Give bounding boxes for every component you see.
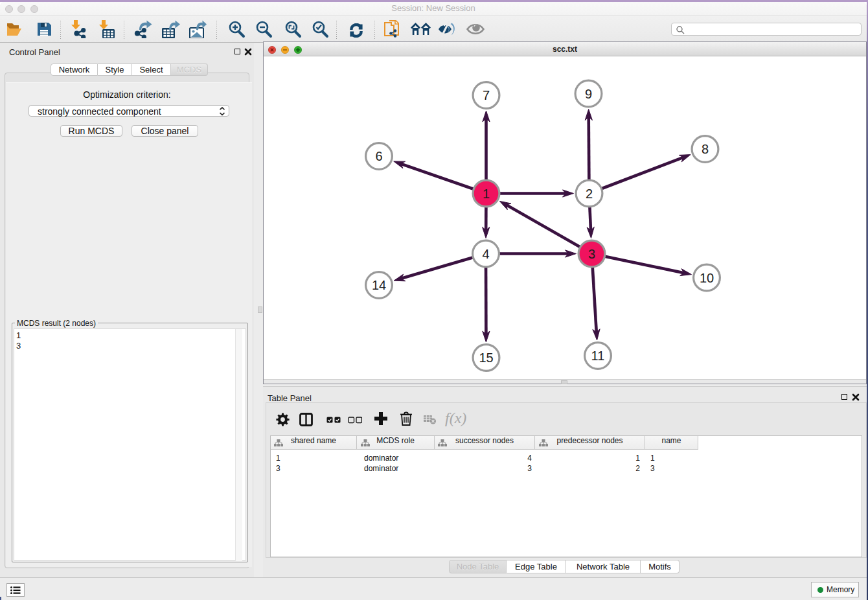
svg-text:11: 11 — [591, 349, 605, 363]
svg-text:3: 3 — [588, 247, 595, 261]
svg-text:2: 2 — [586, 187, 593, 201]
svg-text:14: 14 — [372, 278, 386, 292]
svg-text:8: 8 — [702, 142, 709, 156]
svg-text:4: 4 — [482, 247, 489, 261]
svg-text:15: 15 — [479, 351, 493, 365]
svg-text:1: 1 — [483, 187, 490, 201]
svg-text:10: 10 — [700, 271, 714, 285]
svg-text:6: 6 — [375, 149, 382, 163]
svg-text:7: 7 — [483, 88, 490, 102]
svg-text:9: 9 — [585, 87, 592, 101]
